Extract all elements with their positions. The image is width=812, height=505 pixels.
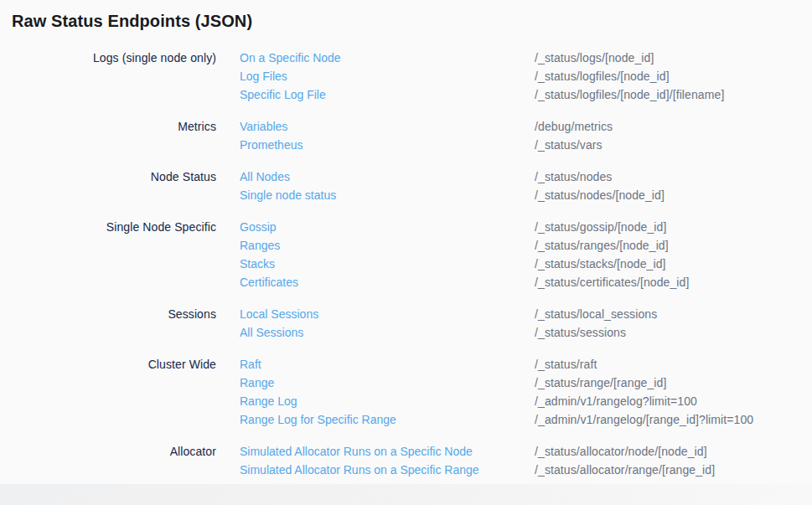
endpoint-link-line: Raft (240, 355, 535, 374)
endpoint-path: /_status/allocator/range/[range_id] (535, 461, 812, 479)
endpoint-link-line: Ranges (240, 236, 535, 255)
endpoint-path: /_status/logfiles/[node_id]/[filename] (535, 85, 812, 104)
category-cell: Allocator (0, 442, 216, 479)
endpoint-link-line: All Sessions (240, 323, 535, 342)
endpoint-group: Node Status All NodesSingle node status … (0, 167, 812, 204)
category-label: Sessions (0, 305, 216, 323)
endpoint-path: /_status/local_sessions (535, 305, 812, 323)
links-column: Simulated Allocator Runs on a Specific N… (216, 442, 535, 479)
category-label: Node Status (0, 167, 216, 186)
endpoint-group: Cluster Wide RaftRangeRange LogRange Log… (0, 355, 812, 429)
links-column: On a Specific NodeLog FilesSpecific Log … (216, 49, 535, 104)
endpoint-link-line: Log Files (240, 67, 535, 85)
endpoint-path: /_status/ranges/[node_id] (535, 236, 812, 255)
endpoint-link[interactable]: Ranges (240, 239, 280, 252)
endpoint-link-line: Gossip (240, 218, 535, 236)
endpoint-path: /_status/stacks/[node_id] (535, 255, 812, 273)
endpoint-link-line: Single node status (240, 186, 535, 204)
links-column: All NodesSingle node status (216, 167, 535, 204)
endpoint-path: /_admin/v1/rangelog/[range_id]?limit=100 (535, 410, 812, 429)
category-cell: Node Status (0, 167, 216, 204)
endpoint-link[interactable]: Local Sessions (240, 307, 318, 321)
category-label: Single Node Specific (0, 218, 216, 236)
endpoint-link-line: Specific Log File (240, 85, 535, 104)
endpoint-link-line: On a Specific Node (240, 49, 535, 67)
endpoint-link[interactable]: Range Log (240, 394, 297, 408)
endpoint-link-line: Simulated Allocator Runs on a Specific N… (240, 442, 535, 461)
endpoints-column: /_status/gossip/[node_id]/_status/ranges… (535, 218, 812, 291)
category-cell: Logs (single node only) (0, 49, 216, 104)
endpoint-path: /_status/nodes/[node_id] (535, 186, 812, 204)
endpoint-link[interactable]: Range Log for Specific Range (240, 413, 396, 426)
endpoint-link-line: Range (240, 374, 535, 392)
endpoints-column: /_status/allocator/node/[node_id]/_statu… (535, 442, 812, 479)
endpoint-link[interactable]: Gossip (240, 220, 277, 234)
endpoint-path: /_status/range/[range_id] (535, 374, 812, 392)
endpoint-link[interactable]: Certificates (240, 276, 298, 289)
endpoint-link-line: Local Sessions (240, 305, 535, 323)
endpoint-path: /_status/gossip/[node_id] (535, 218, 812, 236)
endpoint-group: Logs (single node only) On a Specific No… (0, 49, 812, 104)
endpoint-path: /_status/raft (535, 355, 812, 374)
endpoint-group: Allocator Simulated Allocator Runs on a … (0, 442, 812, 479)
category-label: Logs (single node only) (0, 49, 216, 67)
page-footer-strip (0, 484, 812, 505)
endpoint-path: /_status/vars (535, 136, 812, 154)
endpoint-path: /_status/nodes (535, 167, 812, 186)
endpoints-column: /_status/logs/[node_id]/_status/logfiles… (535, 49, 812, 104)
endpoints-column: /_status/nodes/_status/nodes/[node_id] (535, 167, 812, 204)
links-column: Local SessionsAll Sessions (216, 305, 535, 342)
endpoint-link[interactable]: Stacks (240, 257, 275, 271)
endpoints-column: /_status/local_sessions/_status/sessions (535, 305, 812, 342)
endpoint-link-line: Certificates (240, 273, 535, 291)
endpoint-link[interactable]: On a Specific Node (240, 51, 341, 64)
endpoint-link[interactable]: Raft (240, 358, 261, 371)
links-column: VariablesPrometheus (216, 117, 535, 154)
endpoint-link-line: All Nodes (240, 167, 535, 186)
endpoints-column: /_status/raft/_status/range/[range_id]/_… (535, 355, 812, 429)
endpoint-link-line: Variables (240, 117, 535, 136)
endpoint-path: /_status/sessions (535, 323, 812, 342)
endpoint-link-line: Range Log for Specific Range (240, 410, 535, 429)
endpoint-link-line: Stacks (240, 255, 535, 273)
endpoints-column: /debug/metrics/_status/vars (535, 117, 812, 154)
endpoint-link[interactable]: Simulated Allocator Runs on a Specific R… (240, 463, 479, 477)
page-title: Raw Status Endpoints (JSON) (12, 0, 812, 32)
endpoint-link[interactable]: All Nodes (240, 170, 290, 183)
links-column: RaftRangeRange LogRange Log for Specific… (216, 355, 535, 429)
endpoint-path: /_status/certificates/[node_id] (535, 273, 812, 291)
endpoint-group: Sessions Local SessionsAll Sessions /_st… (0, 305, 812, 342)
endpoint-path: /_admin/v1/rangelog?limit=100 (535, 392, 812, 410)
endpoint-path: /_status/allocator/node/[node_id] (535, 442, 812, 461)
endpoint-link[interactable]: Simulated Allocator Runs on a Specific N… (240, 445, 473, 458)
category-label: Allocator (0, 442, 216, 461)
debug-endpoints-page: Raw Status Endpoints (JSON) Logs (single… (0, 0, 812, 505)
endpoint-path: /debug/metrics (535, 117, 812, 136)
endpoint-link[interactable]: Prometheus (240, 138, 303, 152)
category-cell: Metrics (0, 117, 216, 154)
endpoint-group: Metrics VariablesPrometheus /debug/metri… (0, 117, 812, 154)
links-column: GossipRangesStacksCertificates (216, 218, 535, 291)
endpoint-group: Single Node Specific GossipRangesStacksC… (0, 218, 812, 291)
endpoint-link[interactable]: Single node status (240, 188, 336, 202)
category-cell: Cluster Wide (0, 355, 216, 429)
endpoint-link-line: Range Log (240, 392, 535, 410)
category-cell: Single Node Specific (0, 218, 216, 291)
category-cell: Sessions (0, 305, 216, 342)
endpoint-path: /_status/logfiles/[node_id] (535, 67, 812, 85)
category-label: Cluster Wide (0, 355, 216, 374)
endpoint-link[interactable]: Range (240, 376, 274, 389)
endpoint-link[interactable]: Log Files (240, 70, 287, 83)
endpoint-link[interactable]: Specific Log File (240, 88, 326, 101)
endpoint-link[interactable]: All Sessions (240, 326, 303, 339)
endpoint-link-line: Prometheus (240, 136, 535, 154)
endpoint-link-line: Simulated Allocator Runs on a Specific R… (240, 461, 535, 479)
endpoint-path: /_status/logs/[node_id] (535, 49, 812, 67)
endpoint-link[interactable]: Variables (240, 120, 287, 133)
category-label: Metrics (0, 117, 216, 136)
endpoints-table: Logs (single node only) On a Specific No… (0, 49, 812, 479)
